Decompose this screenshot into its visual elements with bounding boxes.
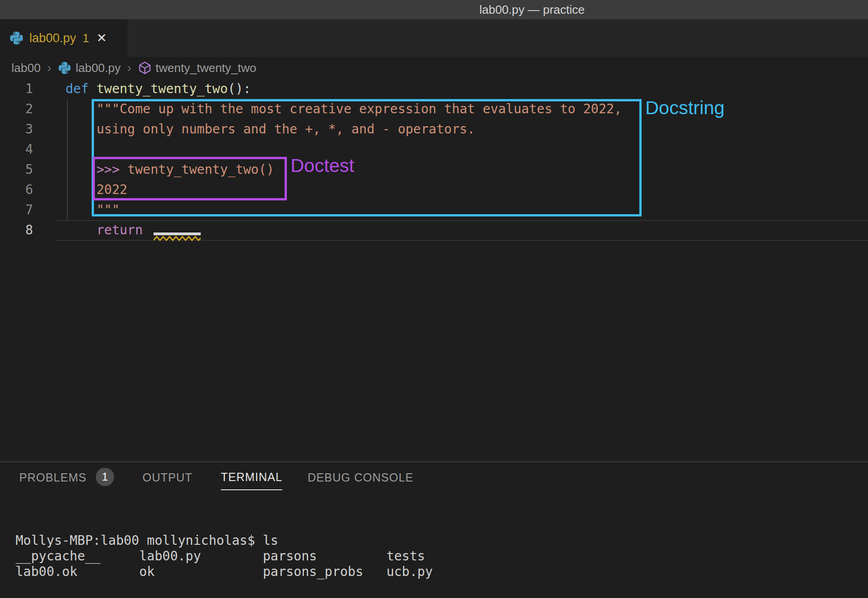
window-title: lab00.py — practice	[479, 0, 585, 19]
line-number: 5	[0, 160, 33, 180]
line-number: 8	[0, 220, 33, 240]
tab-problem-count: 1	[82, 31, 89, 45]
line-number: 4	[0, 139, 33, 160]
tab-close-icon[interactable]: ✕	[97, 32, 107, 44]
docstring-annotation-label: Docstring	[645, 97, 725, 119]
tab-debug-console[interactable]: DEBUG CONSOLE	[308, 464, 413, 490]
line-number: 2	[0, 99, 33, 119]
code-line-1[interactable]: 1def twenty_twenty_two():	[0, 79, 868, 99]
chevron-right-icon: ›	[127, 61, 131, 75]
symbol-method-icon	[138, 61, 152, 75]
tab-lab00-py[interactable]: lab00.py 1 ✕	[0, 19, 127, 57]
python-icon	[9, 31, 24, 45]
tab-problems[interactable]: PROBLEMS	[19, 464, 87, 490]
editor-region: lab00 › lab00.py › twenty_twenty_two 1de…	[0, 57, 868, 461]
terminal-line: lab00.ok ok parsons_probs ucb.py	[16, 564, 433, 580]
code-text: return	[33, 220, 150, 240]
breadcrumb-file[interactable]: lab00.py	[58, 61, 121, 75]
terminal-output: Mollys-MBP:lab00 mollynicholas$ ls__pyca…	[16, 533, 433, 580]
breadcrumb: lab00 › lab00.py › twenty_twenty_two	[0, 57, 868, 79]
breadcrumb-file-label: lab00.py	[76, 61, 121, 75]
panel-tabs: PROBLEMS 1 OUTPUT TERMINAL DEBUG CONSOLE	[0, 462, 868, 492]
breadcrumb-symbol-label: twenty_twenty_two	[156, 61, 257, 75]
doctest-annotation-label: Doctest	[291, 155, 354, 177]
tab-strip: lab00.py 1 ✕	[0, 19, 868, 57]
line-number: 3	[0, 119, 33, 139]
title-bar: lab00.py — practice	[0, 0, 868, 19]
chevron-right-icon: ›	[47, 61, 51, 75]
line-number: 7	[0, 200, 33, 220]
tab-terminal[interactable]: TERMINAL	[221, 464, 282, 490]
terminal[interactable]: Mollys-MBP:lab00 mollynicholas$ ls__pyca…	[16, 502, 433, 598]
python-icon	[58, 61, 71, 75]
breadcrumb-folder-label: lab00	[11, 61, 41, 75]
breadcrumb-symbol[interactable]: twenty_twenty_two	[138, 61, 257, 75]
tab-output[interactable]: OUTPUT	[143, 464, 192, 490]
code-line-8[interactable]: 8 return	[0, 220, 868, 240]
code-text	[33, 139, 66, 160]
terminal-line: Mollys-MBP:lab00 mollynicholas$ ls	[16, 533, 433, 548]
tab-label: lab00.py	[29, 31, 76, 45]
terminal-line: __pycache__ lab00.py parsons tests	[16, 548, 433, 564]
vscode-window: { "title_bar": { "title": "lab00.py — pr…	[0, 0, 868, 598]
line-number: 6	[0, 180, 33, 200]
warning-squiggle-icon	[154, 235, 201, 242]
line-number: 1	[0, 79, 33, 99]
breadcrumb-folder[interactable]: lab00	[11, 61, 41, 75]
code-text: def twenty_twenty_two():	[33, 79, 251, 99]
bottom-panel: PROBLEMS 1 OUTPUT TERMINAL DEBUG CONSOLE…	[0, 461, 868, 598]
doctest-annotation-box	[93, 157, 287, 200]
problems-count-badge: 1	[96, 468, 114, 486]
